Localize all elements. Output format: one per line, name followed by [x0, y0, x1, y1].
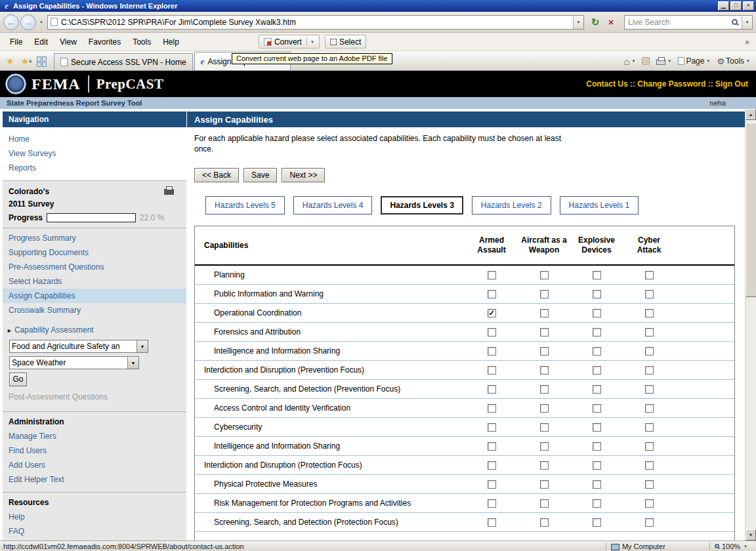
- capability-checkbox[interactable]: [593, 347, 601, 356]
- quick-tabs-icon[interactable]: [37, 56, 49, 67]
- scroll-down-icon[interactable]: ▼: [746, 529, 756, 541]
- capability-checkbox[interactable]: [645, 461, 654, 470]
- capability-checkbox[interactable]: [540, 271, 549, 279]
- capability-checkbox[interactable]: [593, 328, 601, 337]
- capability-checkbox[interactable]: [645, 328, 654, 337]
- sidebar-item-select-hazards[interactable]: Select Hazards: [3, 274, 186, 289]
- sidebar-item-manage-tiers[interactable]: Manage Tiers: [3, 429, 186, 443]
- go-button[interactable]: Go: [9, 373, 27, 386]
- sidebar-item-faq[interactable]: FAQ: [3, 524, 186, 539]
- capability-checkbox[interactable]: [540, 347, 549, 356]
- sidebar-item-find-users[interactable]: Find Users: [3, 443, 186, 458]
- convert-button[interactable]: Convert ▼: [259, 35, 320, 49]
- capability-checkbox[interactable]: [540, 423, 549, 432]
- capability-checkbox[interactable]: [593, 518, 601, 527]
- back-icon[interactable]: ←: [3, 14, 19, 30]
- capability-checkbox[interactable]: [593, 290, 601, 298]
- history-dropdown-icon[interactable]: ▼: [37, 20, 45, 24]
- sidebar-item-view-surveys[interactable]: View Surveys: [3, 146, 186, 161]
- capability-checkbox[interactable]: [645, 385, 654, 394]
- capability-checkbox[interactable]: [645, 347, 654, 356]
- capability-dropdown-2[interactable]: Space Weather ▼: [9, 356, 139, 369]
- page-menu-button[interactable]: Page▼: [675, 53, 713, 69]
- capability-checkbox[interactable]: [593, 271, 601, 279]
- hazard-tab-hazards-levels-5[interactable]: Hazards Levels 5: [205, 196, 285, 214]
- capability-checkbox[interactable]: [645, 423, 654, 432]
- fema-link-contact-us[interactable]: Contact Us: [586, 79, 627, 89]
- capability-checkbox[interactable]: [593, 480, 601, 489]
- menu-view[interactable]: View: [54, 35, 83, 49]
- hazard-tab-hazards-levels-3[interactable]: Hazards Levels 3: [381, 196, 463, 214]
- sidebar-item-assign-capabilities[interactable]: Assign Capabilities: [3, 289, 186, 303]
- fema-link-sign-out[interactable]: Sign Out: [715, 79, 748, 89]
- menu-help[interactable]: Help: [157, 35, 185, 49]
- vertical-scrollbar[interactable]: ▲ ▼: [745, 109, 756, 541]
- capability-checkbox[interactable]: [645, 366, 654, 375]
- search-input[interactable]: Live Search ▼: [624, 15, 753, 30]
- save-button[interactable]: Save: [243, 168, 277, 182]
- capability-checkbox[interactable]: [488, 499, 496, 508]
- capability-checkbox[interactable]: [488, 461, 496, 470]
- capability-checkbox[interactable]: [540, 309, 549, 317]
- zoom-level[interactable]: 100%: [722, 542, 740, 550]
- hazard-tab-hazards-levels-2[interactable]: Hazards Levels 2: [472, 196, 551, 214]
- sidebar-item-pre-assessment-questions[interactable]: Pre-Assessment Questions: [3, 260, 186, 274]
- capability-checkbox[interactable]: [540, 480, 549, 489]
- capability-checkbox[interactable]: [540, 499, 549, 508]
- capability-checkbox[interactable]: [488, 480, 496, 489]
- scrollbar-track[interactable]: [746, 120, 756, 529]
- favorites-center-icon[interactable]: ★: [3, 53, 18, 69]
- capability-checkbox[interactable]: [540, 404, 549, 413]
- capability-checkbox[interactable]: [488, 404, 496, 413]
- menu-file[interactable]: File: [4, 35, 28, 49]
- capability-checkbox[interactable]: [488, 442, 496, 451]
- capability-checkbox[interactable]: [540, 290, 549, 298]
- sidebar-item-help[interactable]: Help: [3, 510, 186, 524]
- capability-checkbox[interactable]: [488, 328, 496, 337]
- print-survey-icon[interactable]: [164, 189, 174, 195]
- tab-secure-access-ssl-vpn-home[interactable]: Secure Access SSL VPN - Home: [54, 53, 193, 70]
- capability-checkbox[interactable]: [593, 404, 601, 413]
- tools-menu-button[interactable]: ⚙Tools▼: [713, 53, 753, 69]
- capability-checkbox[interactable]: [593, 423, 601, 432]
- capability-checkbox[interactable]: [540, 328, 549, 337]
- scroll-up-icon[interactable]: ▲: [746, 109, 756, 120]
- add-favorite-icon[interactable]: ★+: [18, 53, 35, 69]
- menu-edit[interactable]: Edit: [28, 35, 54, 49]
- capability-checkbox[interactable]: [488, 347, 496, 356]
- menu-tools[interactable]: Tools: [127, 35, 157, 49]
- sidebar-item-edit-helper-text[interactable]: Edit Helper Text: [3, 472, 186, 487]
- capability-checkbox[interactable]: [645, 271, 654, 279]
- hazard-tab-hazards-levels-1[interactable]: Hazards Levels 1: [560, 196, 639, 214]
- sidebar-item-add-users[interactable]: Add Users: [3, 458, 186, 472]
- select-button[interactable]: Select: [325, 35, 366, 49]
- print-icon[interactable]: ▼: [653, 53, 675, 69]
- capability-checkbox[interactable]: [645, 290, 654, 298]
- hazard-tab-hazards-levels-4[interactable]: Hazards Levels 4: [293, 196, 373, 214]
- capability-checkbox[interactable]: [488, 271, 496, 279]
- scrollbar-thumb[interactable]: [746, 123, 756, 297]
- capability-checkbox[interactable]: [540, 442, 549, 451]
- capability-checkbox[interactable]: [593, 499, 601, 508]
- capability-checkbox[interactable]: [593, 442, 601, 451]
- address-dropdown-icon[interactable]: ▼: [573, 16, 583, 29]
- forward-icon[interactable]: →: [20, 14, 36, 30]
- capability-checkbox[interactable]: [488, 423, 496, 432]
- capability-checkbox[interactable]: [540, 366, 549, 375]
- sidebar-item-reports[interactable]: Reports: [3, 161, 186, 175]
- capability-checkbox[interactable]: [645, 442, 654, 451]
- refresh-icon[interactable]: ↻: [587, 14, 603, 30]
- sidebar-item-capability-assessment[interactable]: ►Capability Assessment: [3, 323, 186, 338]
- restore-button[interactable]: □: [730, 1, 742, 10]
- close-button[interactable]: ×: [743, 1, 754, 10]
- search-icon[interactable]: [732, 19, 738, 25]
- capability-checkbox[interactable]: [540, 518, 549, 527]
- sidebar-item-progress-summary[interactable]: Progress Summary: [3, 231, 186, 245]
- capability-checkbox[interactable]: ✓: [488, 309, 496, 317]
- search-dropdown-icon[interactable]: ▼: [742, 16, 752, 29]
- capability-checkbox[interactable]: [645, 480, 654, 489]
- capability-checkbox[interactable]: [488, 366, 496, 375]
- next-button[interactable]: Next >>: [282, 168, 325, 182]
- address-url[interactable]: C:\CAS\SPR\2012 SPR\PRA\For Jim\Complete…: [61, 18, 573, 27]
- capability-checkbox[interactable]: [645, 518, 654, 527]
